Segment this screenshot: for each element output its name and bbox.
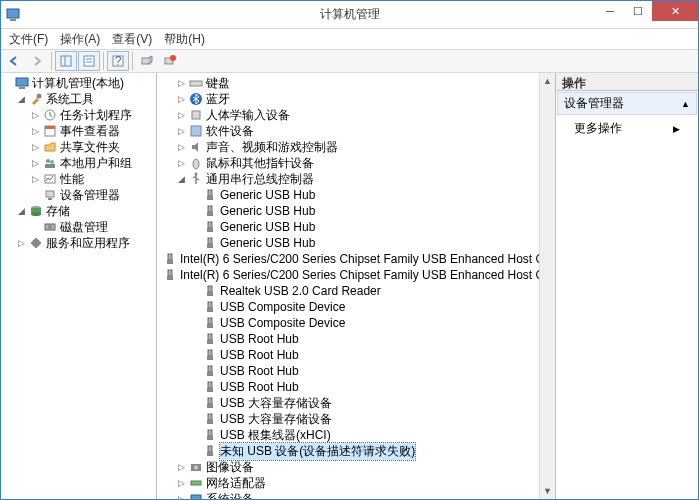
tree-item[interactable]: ▷鼠标和其他指针设备 [161, 155, 555, 171]
tree-item[interactable]: Realtek USB 2.0 Card Reader [161, 283, 555, 299]
expand-icon[interactable]: ▷ [175, 93, 187, 105]
svg-rect-58 [208, 366, 212, 372]
tree-item[interactable]: Generic USB Hub [161, 203, 555, 219]
usbdev-icon [202, 379, 218, 395]
tree-item[interactable]: Generic USB Hub [161, 219, 555, 235]
scan-button[interactable] [136, 51, 158, 71]
expand-icon[interactable]: ▷ [175, 461, 187, 473]
tree-item[interactable]: ▷声音、视频和游戏控制器 [161, 139, 555, 155]
actions-more[interactable]: 更多操作 ▶ [556, 116, 698, 141]
tree-item[interactable]: ▷任务计划程序 [1, 107, 156, 123]
tree-item[interactable]: 未知 USB 设备(设备描述符请求失败) [161, 443, 555, 459]
tree-item[interactable]: ▷性能 [1, 171, 156, 187]
svg-point-11 [170, 55, 176, 61]
tree-item[interactable]: USB 大容量存储设备 [161, 411, 555, 427]
expand-icon[interactable]: ▷ [175, 157, 187, 169]
svg-point-35 [195, 173, 198, 176]
tree-item-label: USB Composite Device [220, 316, 345, 330]
devmgr-icon [42, 187, 58, 203]
svg-rect-66 [208, 430, 212, 436]
usbdev-icon [202, 395, 218, 411]
tree-item-label: Generic USB Hub [220, 236, 315, 250]
tree-item[interactable]: ▷网络适配器 [161, 475, 555, 491]
menu-view[interactable]: 查看(V) [106, 31, 158, 48]
expand-icon[interactable]: ▷ [15, 237, 27, 249]
tree-item[interactable]: Generic USB Hub [161, 235, 555, 251]
tree-item[interactable]: USB Root Hub [161, 347, 555, 363]
expand-icon[interactable]: ▷ [29, 157, 41, 169]
tree-item[interactable]: ◢通用串行总线控制器 [161, 171, 555, 187]
expand-icon[interactable]: ▷ [175, 493, 187, 499]
expand-icon[interactable]: ▷ [175, 141, 187, 153]
tree-item[interactable]: 计算机管理(本地) [1, 75, 156, 91]
tree-item[interactable]: ▷本地用户和组 [1, 155, 156, 171]
expand-icon[interactable]: ▷ [29, 141, 41, 153]
tree-item[interactable]: 设备管理器 [1, 187, 156, 203]
tree-item-label: Generic USB Hub [220, 204, 315, 218]
usbdev-icon [202, 347, 218, 363]
back-button[interactable] [3, 51, 25, 71]
forward-button[interactable] [26, 51, 48, 71]
tree-item[interactable]: USB Composite Device [161, 315, 555, 331]
tree-item[interactable]: ▷软件设备 [161, 123, 555, 139]
computer-icon [14, 75, 30, 91]
usbdev-icon [202, 363, 218, 379]
tree-item[interactable]: ▷服务和应用程序 [1, 235, 156, 251]
svg-text:?: ? [115, 54, 122, 68]
svg-rect-52 [208, 318, 212, 324]
tree-item-label: 磁盘管理 [60, 219, 108, 236]
tree-item[interactable]: ◢系统工具 [1, 91, 156, 107]
properties-button[interactable] [78, 51, 100, 71]
expand-icon[interactable]: ▷ [175, 477, 187, 489]
help-button[interactable]: ? [107, 51, 129, 71]
minimize-button[interactable]: ─ [596, 1, 624, 21]
expand-icon[interactable]: ▷ [29, 109, 41, 121]
scrollbar[interactable]: ▲ ▼ [539, 73, 555, 499]
tree-item[interactable]: ▷图像设备 [161, 459, 555, 475]
tree-item[interactable]: USB 大容量存储设备 [161, 395, 555, 411]
tree-item[interactable]: ▷蓝牙 [161, 91, 555, 107]
tree-item[interactable]: USB Root Hub [161, 379, 555, 395]
tree-item[interactable]: Intel(R) 6 Series/C200 Series Chipset Fa… [161, 267, 555, 283]
expand-icon[interactable]: ▷ [175, 109, 187, 121]
expand-icon[interactable]: ▷ [175, 125, 187, 137]
refresh-button[interactable] [159, 51, 181, 71]
collapse-icon[interactable]: ◢ [175, 173, 187, 185]
maximize-button[interactable]: ☐ [624, 1, 652, 21]
tree-item[interactable]: 磁盘管理 [1, 219, 156, 235]
collapse-icon[interactable]: ◢ [15, 205, 27, 217]
tree-item[interactable]: USB Root Hub [161, 363, 555, 379]
show-hide-tree-button[interactable] [55, 51, 77, 71]
tree-item[interactable]: USB 根集线器(xHCI) [161, 427, 555, 443]
usbdev-icon [202, 283, 218, 299]
tree-item-label: 鼠标和其他指针设备 [206, 155, 314, 172]
actions-context[interactable]: 设备管理器 ▲ [557, 92, 697, 115]
menu-help[interactable]: 帮助(H) [158, 31, 211, 48]
tree-item[interactable]: ▷键盘 [161, 75, 555, 91]
svg-rect-41 [207, 228, 213, 232]
scroll-down-icon[interactable]: ▼ [540, 483, 555, 499]
scroll-up-icon[interactable]: ▲ [540, 73, 555, 89]
close-button[interactable]: ✕ [652, 1, 698, 21]
tree-item[interactable]: ▷系统设备 [161, 491, 555, 499]
tree-item[interactable]: USB Composite Device [161, 299, 555, 315]
tree-item[interactable]: ▷事件查看器 [1, 123, 156, 139]
sound-icon [188, 139, 204, 155]
menu-file[interactable]: 文件(F) [3, 31, 54, 48]
expand-icon[interactable]: ▷ [29, 125, 41, 137]
hid-icon [188, 107, 204, 123]
tree-item[interactable]: Intel(R) 6 Series/C200 Series Chipset Fa… [161, 251, 555, 267]
expand-icon[interactable]: ▷ [29, 173, 41, 185]
collapse-icon[interactable]: ◢ [15, 93, 27, 105]
usbdev-icon [202, 331, 218, 347]
expand-icon[interactable]: ▷ [175, 77, 187, 89]
tree-item[interactable]: Generic USB Hub [161, 187, 555, 203]
tree-item[interactable]: ▷人体学输入设备 [161, 107, 555, 123]
svg-rect-46 [168, 270, 172, 276]
tree-item[interactable]: ◢存储 [1, 203, 156, 219]
menu-action[interactable]: 操作(A) [54, 31, 106, 48]
tree-item[interactable]: USB Root Hub [161, 331, 555, 347]
usbdev-icon [202, 203, 218, 219]
tree-item[interactable]: ▷共享文件夹 [1, 139, 156, 155]
usbdev-icon [162, 251, 178, 267]
